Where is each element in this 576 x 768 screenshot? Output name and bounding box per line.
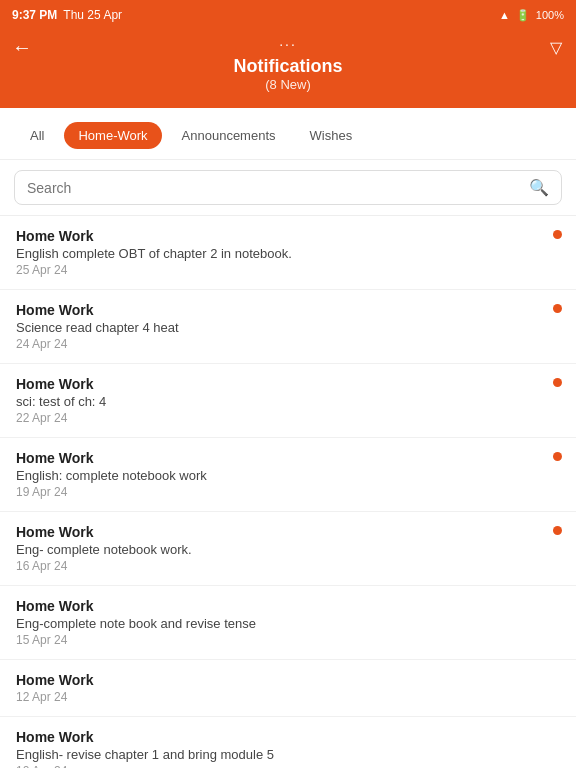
unread-dot (553, 304, 562, 313)
search-container: 🔍 (0, 160, 576, 216)
notification-desc: Science read chapter 4 heat (16, 320, 560, 335)
notification-item[interactable]: Home WorkEnglish complete OBT of chapter… (0, 216, 576, 290)
notification-item[interactable]: Home WorkScience read chapter 4 heat24 A… (0, 290, 576, 364)
battery-percent: 100% (536, 9, 564, 21)
notification-date: 19 Apr 24 (16, 485, 560, 499)
status-date: Thu 25 Apr (63, 8, 122, 22)
header: ← ··· Notifications (8 New) ▽ (0, 30, 576, 108)
tab-all[interactable]: All (16, 122, 58, 149)
wifi-icon: ▲ (499, 9, 510, 21)
notification-title: Home Work (16, 228, 560, 244)
notification-desc: English: complete notebook work (16, 468, 560, 483)
status-right: ▲ 🔋 100% (499, 9, 564, 22)
notification-desc: Eng-complete note book and revise tense (16, 616, 560, 631)
notification-title: Home Work (16, 672, 560, 688)
notification-date: 10 Apr 24 (16, 764, 560, 768)
search-icon: 🔍 (529, 178, 549, 197)
notification-date: 22 Apr 24 (16, 411, 560, 425)
search-input[interactable] (27, 180, 529, 196)
tab-wishes[interactable]: Wishes (296, 122, 367, 149)
status-left: 9:37 PM Thu 25 Apr (12, 8, 122, 22)
back-button[interactable]: ← (12, 36, 32, 59)
notification-title: Home Work (16, 302, 560, 318)
notification-title: Home Work (16, 598, 560, 614)
unread-dot (553, 526, 562, 535)
notification-desc: English complete OBT of chapter 2 in not… (16, 246, 560, 261)
notification-item[interactable]: Home WorkEnglish- revise chapter 1 and b… (0, 717, 576, 768)
header-dots: ··· (279, 36, 297, 52)
notification-date: 15 Apr 24 (16, 633, 560, 647)
tab-announcements[interactable]: Announcements (168, 122, 290, 149)
battery-icon: 🔋 (516, 9, 530, 22)
notification-title: Home Work (16, 729, 560, 745)
unread-dot (553, 378, 562, 387)
header-subtitle: (8 New) (265, 77, 311, 92)
notification-date: 12 Apr 24 (16, 690, 560, 704)
notification-date: 24 Apr 24 (16, 337, 560, 351)
filter-icon[interactable]: ▽ (550, 38, 562, 57)
notification-title: Home Work (16, 524, 560, 540)
header-title: Notifications (233, 56, 342, 77)
notification-desc: sci: test of ch: 4 (16, 394, 560, 409)
notification-item[interactable]: Home WorkEnglish: complete notebook work… (0, 438, 576, 512)
notification-desc: English- revise chapter 1 and bring modu… (16, 747, 560, 762)
status-bar: 9:37 PM Thu 25 Apr ▲ 🔋 100% (0, 0, 576, 30)
notification-title: Home Work (16, 450, 560, 466)
notification-item[interactable]: Home WorkEng-complete note book and revi… (0, 586, 576, 660)
notification-date: 25 Apr 24 (16, 263, 560, 277)
notification-title: Home Work (16, 376, 560, 392)
notification-desc: Eng- complete notebook work. (16, 542, 560, 557)
notification-item[interactable]: Home Worksci: test of ch: 422 Apr 24 (0, 364, 576, 438)
tabs-container: All Home-Work Announcements Wishes (0, 108, 576, 160)
tab-homework[interactable]: Home-Work (64, 122, 161, 149)
unread-dot (553, 230, 562, 239)
search-bar: 🔍 (14, 170, 562, 205)
notification-item[interactable]: Home Work12 Apr 24 (0, 660, 576, 717)
status-time: 9:37 PM (12, 8, 57, 22)
notification-item[interactable]: Home WorkEng- complete notebook work.16 … (0, 512, 576, 586)
notification-date: 16 Apr 24 (16, 559, 560, 573)
unread-dot (553, 452, 562, 461)
notifications-list: Home WorkEnglish complete OBT of chapter… (0, 216, 576, 768)
